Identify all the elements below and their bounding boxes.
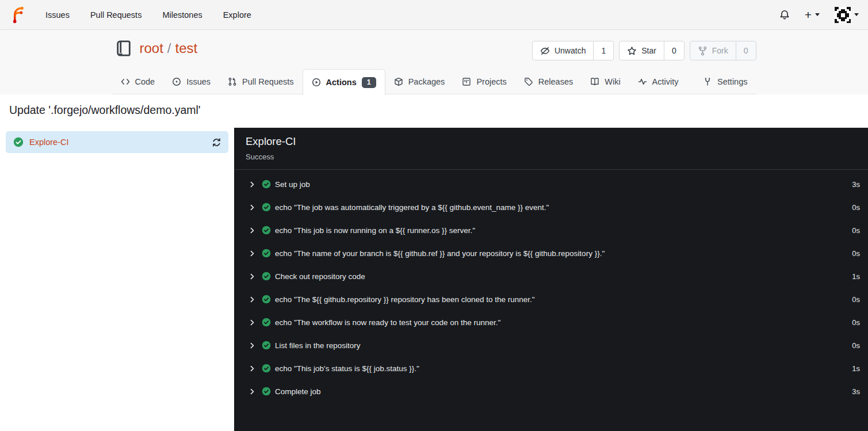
actions-count-badge: 1 — [362, 77, 376, 88]
step-label: echo "This job is now running on a ${{ r… — [275, 226, 475, 235]
check-circle-icon — [13, 137, 24, 147]
step-row[interactable]: echo "The name of your branch is ${{ git… — [234, 242, 868, 265]
eye-off-icon — [540, 46, 550, 56]
repo-owner-link[interactable]: root — [140, 40, 163, 56]
tab-label: Code — [135, 77, 155, 86]
tab-activity[interactable]: Activity — [629, 69, 687, 94]
check-circle-icon — [262, 318, 271, 327]
step-row[interactable]: echo "The job was automatically triggere… — [234, 196, 868, 219]
sidebar-job-label: Explore-CI — [29, 138, 206, 147]
sidebar-job-explore-ci[interactable]: Explore-CI — [6, 131, 228, 153]
step-label: echo "The job was automatically triggere… — [275, 203, 549, 212]
forgejo-logo-icon[interactable] — [9, 6, 27, 24]
tab-settings[interactable]: Settings — [694, 69, 756, 94]
tab-label: Projects — [476, 77, 506, 86]
repo-title: root/test — [115, 40, 198, 57]
chevron-right-icon — [248, 342, 256, 349]
chevron-right-icon — [248, 365, 256, 372]
step-row[interactable]: echo "The ${{ github.repository }} repos… — [234, 288, 868, 311]
avatar — [835, 7, 851, 23]
step-label: echo "This job's status is ${{ job.statu… — [275, 364, 419, 373]
tab-label: Activity — [652, 77, 679, 86]
star-label: Star — [641, 46, 656, 55]
step-label: Check out repository code — [275, 272, 365, 281]
fork-label: Fork — [712, 46, 728, 55]
create-new-menu[interactable]: + — [805, 9, 820, 21]
repo-name-link[interactable]: test — [175, 40, 198, 56]
watch-count[interactable]: 1 — [593, 41, 613, 60]
step-row[interactable]: echo "This job's status is ${{ job.statu… — [234, 357, 868, 380]
check-circle-icon — [262, 180, 271, 189]
check-circle-icon — [262, 295, 271, 304]
nav-item-issues[interactable]: Issues — [45, 10, 70, 20]
star-icon — [627, 46, 637, 56]
tab-releases[interactable]: Releases — [515, 69, 582, 94]
fork-icon — [698, 46, 708, 56]
nav-item-explore[interactable]: Explore — [223, 10, 251, 20]
step-duration: 3s — [852, 387, 860, 396]
step-duration: 0s — [852, 295, 860, 304]
nav-item-milestones[interactable]: Milestones — [162, 10, 202, 20]
chevron-right-icon — [248, 296, 256, 303]
repo-book-icon — [115, 40, 132, 57]
tab-label: Actions — [326, 78, 357, 87]
step-duration: 0s — [852, 318, 860, 327]
steps-list: Set up job 3s echo "The job was automati… — [234, 170, 868, 403]
chevron-right-icon — [248, 250, 256, 257]
chevron-right-icon — [248, 388, 256, 395]
step-duration: 0s — [852, 203, 860, 212]
star-button[interactable]: Star 0 — [619, 41, 684, 60]
repo-separator: / — [163, 40, 175, 56]
step-row[interactable]: Check out repository code 1s — [234, 265, 868, 288]
step-row[interactable]: echo "This job is now running on a ${{ r… — [234, 219, 868, 242]
chevron-right-icon — [248, 273, 256, 280]
tab-pull-requests[interactable]: Pull Requests — [219, 69, 302, 94]
caret-down-icon — [815, 13, 820, 16]
step-row[interactable]: echo "The workflow is now ready to test … — [234, 311, 868, 334]
step-row[interactable]: List files in the repository 0s — [234, 334, 868, 357]
check-circle-icon — [262, 203, 271, 212]
step-row[interactable]: Set up job 3s — [234, 173, 868, 196]
step-duration: 0s — [852, 249, 860, 258]
step-duration: 0s — [852, 341, 860, 350]
tab-wiki[interactable]: Wiki — [582, 69, 629, 94]
check-circle-icon — [262, 364, 271, 373]
refresh-icon[interactable] — [212, 138, 221, 147]
star-count[interactable]: 0 — [664, 41, 684, 60]
fork-button: Fork 0 — [690, 41, 756, 60]
fork-count: 0 — [736, 41, 756, 60]
step-label: echo "The workflow is now ready to test … — [275, 318, 500, 327]
tab-packages[interactable]: Packages — [385, 69, 454, 94]
chevron-right-icon — [248, 181, 256, 188]
notifications-bell-icon[interactable] — [779, 10, 790, 20]
step-duration: 3s — [852, 180, 860, 189]
check-circle-icon — [262, 249, 271, 258]
chevron-right-icon — [248, 204, 256, 211]
job-log-panel: Explore-CI Success Set up job 3s echo "T… — [234, 128, 868, 431]
check-circle-icon — [262, 226, 271, 235]
step-label: Complete job — [275, 387, 321, 396]
step-label: Set up job — [275, 180, 310, 189]
tab-label: Releases — [538, 77, 573, 86]
step-duration: 1s — [852, 364, 860, 373]
job-status: Success — [246, 152, 856, 161]
tab-actions[interactable]: Actions 1 — [303, 69, 385, 95]
check-circle-icon — [262, 272, 271, 281]
user-menu[interactable] — [835, 7, 859, 23]
workflow-run-title: Update '.forgejo/workflows/demo.yaml' — [9, 104, 201, 117]
step-label: echo "The name of your branch is ${{ git… — [275, 249, 605, 258]
tab-label: Issues — [186, 77, 211, 86]
check-circle-icon — [262, 341, 271, 350]
tab-issues[interactable]: Issues — [163, 69, 219, 94]
tab-label: Pull Requests — [242, 77, 293, 86]
plus-icon: + — [805, 9, 812, 21]
nav-item-pull-requests[interactable]: Pull Requests — [90, 10, 142, 20]
tab-code[interactable]: Code — [112, 69, 164, 94]
tab-label: Packages — [408, 77, 445, 86]
unwatch-button[interactable]: Unwatch 1 — [532, 41, 614, 60]
unwatch-label: Unwatch — [555, 46, 586, 55]
tab-label: Wiki — [605, 77, 620, 86]
step-row[interactable]: Complete job 3s — [234, 380, 868, 403]
tab-projects[interactable]: Projects — [453, 69, 515, 94]
step-duration: 1s — [852, 272, 860, 281]
